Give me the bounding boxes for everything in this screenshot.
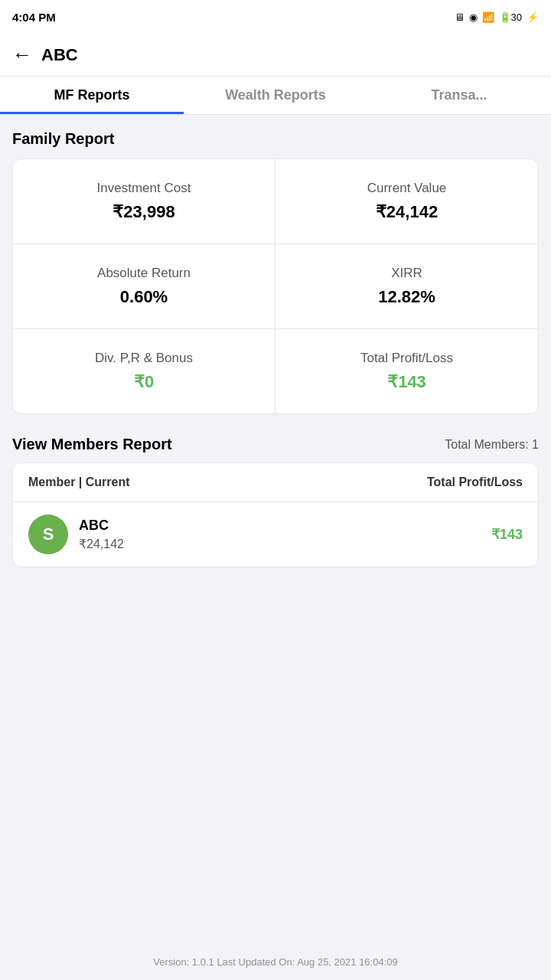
current-value-label: Current Value: [367, 181, 447, 196]
battery-icon: 🔋30: [499, 11, 522, 23]
back-button[interactable]: ←: [12, 43, 32, 67]
footer-version: Version: 1.0.1 Last Updated On: Aug 25, …: [0, 956, 551, 968]
main-content: Family Report Investment Cost ₹23,998 Cu…: [0, 115, 551, 583]
top-nav: ← ABC: [0, 34, 551, 77]
report-grid: Investment Cost ₹23,998 Current Value ₹2…: [13, 159, 538, 413]
column-header-profitloss: Total Profit/Loss: [427, 475, 523, 489]
avatar: S: [28, 514, 68, 554]
absolute-return-value: 0.60%: [120, 287, 168, 307]
members-table: Member | Current Total Profit/Loss S ABC…: [12, 462, 539, 567]
wifi-icon: ◉: [469, 11, 478, 23]
status-bar: 4:04 PM 🖥 ◉ 📶 🔋30 ⚡: [0, 0, 551, 34]
family-report-card: Investment Cost ₹23,998 Current Value ₹2…: [12, 158, 539, 414]
status-icons: 🖥 ◉ 📶 🔋30 ⚡: [455, 11, 539, 23]
back-arrow-icon: ←: [12, 43, 32, 67]
family-report-title: Family Report: [12, 130, 539, 148]
div-pr-bonus-cell: Div. P,R & Bonus ₹0: [13, 329, 276, 413]
table-header: Member | Current Total Profit/Loss: [13, 463, 538, 502]
absolute-return-cell: Absolute Return 0.60%: [13, 244, 276, 329]
members-section-title: View Members Report: [12, 436, 172, 453]
current-value-cell: Current Value ₹24,142: [276, 159, 538, 244]
column-header-member: Member | Current: [28, 475, 130, 489]
charging-icon: ⚡: [527, 11, 539, 23]
signal-icon: 📶: [482, 11, 494, 23]
tabs-container: MF Reports Wealth Reports Transa...: [0, 77, 551, 115]
current-value-value: ₹24,142: [376, 202, 438, 222]
member-profit-loss: ₹143: [491, 526, 523, 543]
div-pr-bonus-label: Div. P,R & Bonus: [95, 351, 193, 366]
page-title: ABC: [41, 45, 78, 65]
xirr-label: XIRR: [391, 266, 422, 281]
screen-icon: 🖥: [455, 11, 465, 23]
members-header: View Members Report Total Members: 1: [12, 436, 539, 453]
tab-wealth-reports[interactable]: Wealth Reports: [184, 77, 367, 114]
status-time: 4:04 PM: [12, 11, 56, 24]
total-profit-loss-value: ₹143: [387, 372, 426, 392]
div-pr-bonus-value: ₹0: [134, 372, 154, 392]
tab-transactions[interactable]: Transa...: [367, 77, 551, 114]
total-profit-loss-cell: Total Profit/Loss ₹143: [276, 329, 538, 413]
total-members-count: Total Members: 1: [445, 438, 539, 452]
investment-cost-label: Investment Cost: [97, 181, 191, 196]
table-row[interactable]: S ABC ₹24,142 ₹143: [13, 502, 538, 567]
xirr-value: 12.82%: [378, 287, 435, 307]
xirr-cell: XIRR 12.82%: [276, 244, 538, 329]
absolute-return-label: Absolute Return: [97, 266, 191, 281]
member-current-value: ₹24,142: [79, 537, 491, 551]
investment-cost-cell: Investment Cost ₹23,998: [13, 159, 276, 244]
total-profit-loss-label: Total Profit/Loss: [360, 351, 453, 366]
tab-mf-reports[interactable]: MF Reports: [0, 77, 184, 114]
member-name: ABC: [79, 518, 491, 534]
investment-cost-value: ₹23,998: [112, 202, 174, 222]
member-info: ABC ₹24,142: [79, 518, 491, 551]
